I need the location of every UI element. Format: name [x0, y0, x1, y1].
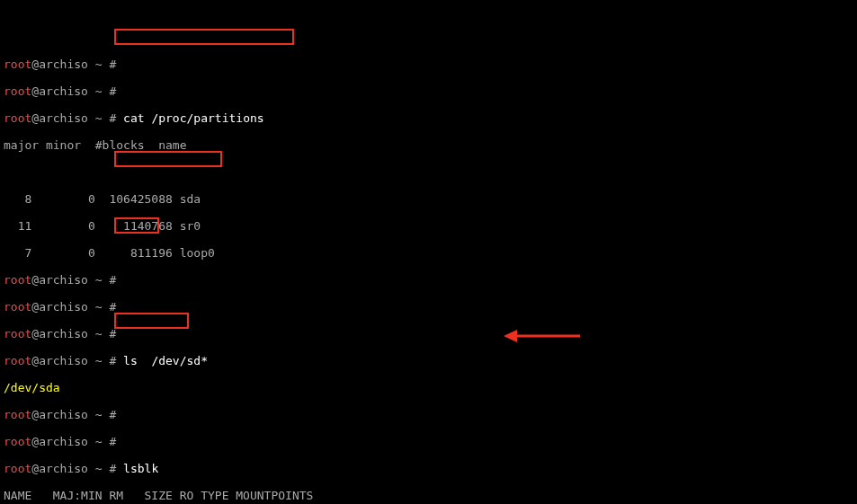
prompt-cwd: ~ — [95, 84, 103, 98]
partitions-row: 8 0 106425088 sda — [4, 192, 853, 206]
prompt-at: @ — [31, 462, 39, 475]
prompt-line-cat[interactable]: root@archiso ~ # cat /proc/partitions — [4, 111, 853, 125]
prompt-hash: # — [109, 462, 116, 475]
prompt-cwd: ~ — [95, 354, 103, 367]
prompt-cwd: ~ — [95, 111, 103, 125]
prompt-hash: # — [109, 84, 116, 98]
prompt-at: @ — [31, 408, 39, 421]
prompt-host: archiso — [39, 354, 88, 367]
prompt-user: root — [4, 354, 31, 367]
prompt-hash: # — [109, 300, 116, 314]
lsblk-header: NAME MAJ:MIN RM SIZE RO TYPE MOUNTPOINTS — [4, 489, 853, 502]
prompt-user: root — [4, 300, 31, 314]
prompt-line-empty: root@archiso ~ # — [4, 435, 853, 448]
prompt-user: root — [4, 408, 31, 421]
prompt-line-empty: root@archiso ~ # — [4, 84, 853, 98]
prompt-at: @ — [31, 57, 39, 71]
prompt-cwd: ~ — [95, 462, 103, 475]
partitions-row: 11 0 1140768 sr0 — [4, 219, 853, 233]
prompt-line-lsblk[interactable]: root@archiso ~ # lsblk — [4, 462, 853, 475]
prompt-hash: # — [109, 435, 116, 448]
prompt-hash: # — [109, 111, 116, 125]
prompt-cwd: ~ — [95, 57, 103, 71]
prompt-user: root — [4, 327, 31, 340]
prompt-at: @ — [31, 354, 39, 367]
prompt-line-empty: root@archiso ~ # — [4, 57, 853, 71]
prompt-hash: # — [109, 273, 116, 287]
partitions-header: major minor #blocks name — [4, 138, 853, 152]
prompt-host: archiso — [39, 273, 88, 287]
prompt-hash: # — [109, 327, 116, 340]
blank-line — [4, 165, 853, 179]
prompt-cwd: ~ — [95, 327, 103, 340]
prompt-cwd: ~ — [95, 408, 103, 421]
prompt-host: archiso — [39, 84, 88, 98]
prompt-at: @ — [31, 84, 39, 98]
prompt-user: root — [4, 57, 31, 71]
prompt-cwd: ~ — [95, 300, 103, 314]
cmd-lsblk: lsblk — [123, 462, 158, 475]
prompt-at: @ — [31, 435, 39, 448]
prompt-hash: # — [109, 57, 116, 71]
prompt-hash: # — [109, 408, 116, 421]
prompt-line-empty: root@archiso ~ # — [4, 327, 853, 340]
prompt-hash: # — [109, 354, 116, 367]
prompt-at: @ — [31, 273, 39, 287]
prompt-user: root — [4, 111, 31, 125]
prompt-user: root — [4, 462, 31, 475]
prompt-line-empty: root@archiso ~ # — [4, 300, 853, 314]
prompt-host: archiso — [39, 111, 88, 125]
prompt-host: archiso — [39, 300, 88, 314]
cmd-cat: cat /proc/partitions — [123, 111, 264, 125]
prompt-user: root — [4, 84, 31, 98]
prompt-cwd: ~ — [95, 273, 103, 287]
prompt-host: archiso — [39, 462, 88, 475]
prompt-at: @ — [31, 327, 39, 340]
prompt-host: archiso — [39, 408, 88, 421]
prompt-host: archiso — [39, 435, 88, 448]
prompt-line-ls[interactable]: root@archiso ~ # ls /dev/sd* — [4, 354, 853, 367]
prompt-at: @ — [31, 111, 39, 125]
ls-output: /dev/sda — [4, 381, 853, 394]
prompt-host: archiso — [39, 327, 88, 340]
prompt-user: root — [4, 273, 31, 287]
prompt-cwd: ~ — [95, 435, 103, 448]
prompt-line-empty: root@archiso ~ # — [4, 408, 853, 421]
prompt-user: root — [4, 435, 31, 448]
prompt-host: archiso — [39, 57, 88, 71]
highlight-cat-cmd — [114, 29, 294, 45]
prompt-at: @ — [31, 300, 39, 314]
prompt-line-empty: root@archiso ~ # — [4, 273, 853, 287]
cmd-ls: ls /dev/sd* — [123, 354, 208, 367]
partitions-row: 7 0 811196 loop0 — [4, 246, 853, 260]
